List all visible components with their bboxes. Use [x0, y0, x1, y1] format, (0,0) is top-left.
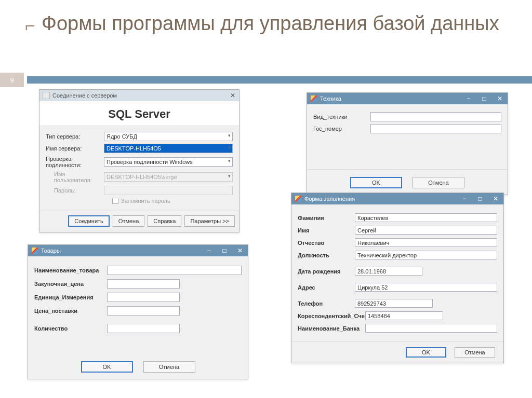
- input-lastname[interactable]: Корастелев: [355, 213, 497, 222]
- select-server-name[interactable]: DESKTOP-HLH54O5: [104, 144, 233, 153]
- label-phone: Телефон: [298, 300, 355, 307]
- corner-ornament: ⌐: [25, 16, 35, 36]
- maximize-icon[interactable]: □: [217, 245, 232, 256]
- slide-title: Формы программы для управления базой дан…: [42, 12, 499, 35]
- form-icon: [310, 95, 317, 102]
- label-supply-price: Цена_поставки: [34, 308, 107, 314]
- params-button[interactable]: Параметры >>: [184, 215, 235, 227]
- input-product-name[interactable]: [107, 266, 242, 275]
- input-phone[interactable]: 892529743: [355, 299, 433, 308]
- label-firstname: Имя: [298, 227, 355, 234]
- label-birthdate: Дата рождения: [298, 268, 355, 275]
- label-auth: Проверка подлинности:: [46, 156, 104, 168]
- maximize-icon[interactable]: □: [472, 193, 488, 204]
- help-button[interactable]: Справка: [148, 215, 181, 227]
- maximize-icon[interactable]: □: [476, 93, 492, 104]
- label-purchase-price: Закупочная_цена: [34, 281, 107, 287]
- label-lastname: Фамилия: [298, 215, 355, 221]
- input-state-number[interactable]: [370, 124, 501, 133]
- close-icon[interactable]: ✕: [492, 93, 508, 104]
- input-middlename[interactable]: Николаевич: [355, 238, 497, 247]
- input-account[interactable]: 1458484: [365, 311, 443, 320]
- close-icon[interactable]: ✕: [232, 245, 248, 256]
- minimize-icon[interactable]: −: [201, 245, 217, 256]
- window-title-text: Форма заполнения: [304, 196, 355, 202]
- close-icon[interactable]: ✕: [227, 90, 239, 101]
- label-bank: Наименование_Банка: [298, 325, 365, 332]
- label-server-name: Имя сервера:: [46, 145, 104, 152]
- input-unit[interactable]: [107, 293, 180, 302]
- window-equipment: Техника − □ ✕ Вид_техники Гос_номер OK О…: [307, 92, 508, 195]
- cancel-button[interactable]: Отмена: [113, 215, 144, 227]
- ok-button[interactable]: OK: [81, 361, 133, 373]
- accent-stripe: [27, 76, 532, 84]
- label-address: Адрес: [298, 284, 355, 291]
- input-address[interactable]: Циркула 52: [355, 283, 497, 292]
- accent-bar: 9: [0, 73, 532, 87]
- cancel-button[interactable]: Отмена: [455, 347, 495, 358]
- connect-button[interactable]: Соединить: [68, 215, 110, 227]
- label-username: Имя пользователя:: [46, 171, 104, 183]
- label-equipment-type: Вид_техники: [313, 114, 370, 120]
- close-icon[interactable]: ✕: [488, 193, 503, 204]
- label-middlename: Отчество: [298, 240, 355, 246]
- window-fill-form: Форма заполнения − □ ✕ Фамилия Корастеле…: [291, 193, 504, 363]
- form-icon: [43, 92, 50, 99]
- label-unit: Единица_Измерения: [34, 294, 107, 300]
- page-number-badge: 9: [0, 73, 24, 87]
- window-sql-connection: Соединение с сервером ✕ SQL Server Тип с…: [39, 89, 240, 232]
- input-purchase-price[interactable]: [107, 279, 180, 289]
- label-quantity: Количество: [34, 325, 107, 332]
- titlebar-goods[interactable]: Товары − □ ✕: [28, 245, 248, 256]
- cancel-button[interactable]: Отмена: [143, 361, 195, 373]
- label-account: Кореспондентский_Счет: [298, 313, 365, 319]
- label-state-number: Гос_номер: [313, 126, 370, 132]
- select-auth[interactable]: Проверка подлинности Windows: [104, 157, 233, 167]
- minimize-icon[interactable]: −: [457, 193, 472, 204]
- titlebar-fill-form[interactable]: Форма заполнения − □ ✕: [291, 193, 503, 204]
- cancel-button[interactable]: Отмена: [413, 177, 464, 188]
- minimize-icon[interactable]: −: [461, 93, 476, 104]
- input-username: DESKTOP-HLH54O5\serge: [104, 172, 233, 182]
- form-icon: [31, 247, 38, 254]
- titlebar-sql[interactable]: Соединение с сервером ✕: [39, 90, 239, 101]
- window-title-text: Соединение с сервером: [52, 92, 117, 99]
- window-title-text: Техника: [320, 95, 341, 102]
- ok-button[interactable]: OK: [406, 347, 446, 358]
- input-firstname[interactable]: Сергей: [355, 226, 497, 235]
- checkbox-remember: [112, 198, 118, 204]
- label-position: Должность: [298, 252, 355, 258]
- window-title-text: Товары: [41, 248, 61, 254]
- label-product-name: Наименование_товара: [34, 267, 107, 273]
- input-quantity[interactable]: [107, 324, 180, 333]
- window-goods: Товары − □ ✕ Наименование_товара Закупоч…: [28, 244, 248, 379]
- label-server-type: Тип сервера:: [46, 133, 104, 140]
- sql-heading: SQL Server: [39, 101, 239, 125]
- input-birthdate[interactable]: 28.01.1968: [355, 267, 422, 276]
- label-password: Пароль:: [46, 187, 104, 194]
- input-password: [104, 186, 233, 195]
- input-supply-price[interactable]: [107, 306, 180, 315]
- label-remember: Запомнить пароль: [121, 198, 170, 204]
- input-position[interactable]: Технический директор: [355, 251, 497, 259]
- input-bank[interactable]: [365, 324, 497, 333]
- form-icon: [295, 195, 302, 202]
- input-equipment-type[interactable]: [370, 112, 501, 121]
- ok-button[interactable]: OK: [350, 177, 402, 188]
- select-server-type[interactable]: Ядро СУБД: [104, 132, 233, 141]
- titlebar-equipment[interactable]: Техника − □ ✕: [307, 93, 508, 104]
